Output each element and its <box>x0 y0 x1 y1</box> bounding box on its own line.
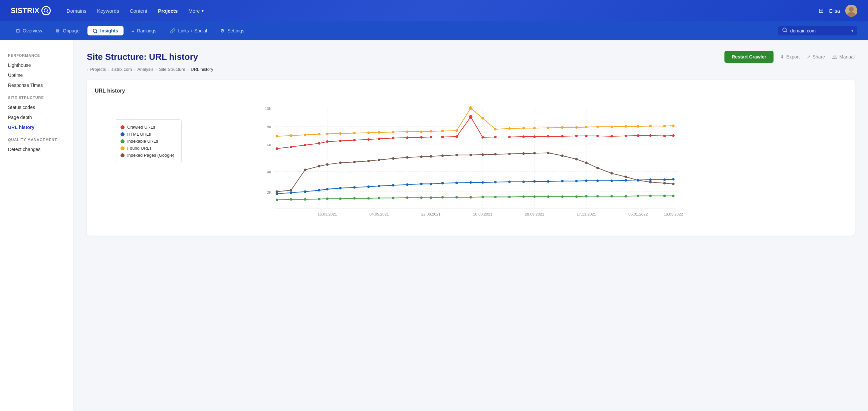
svg-point-0 <box>44 9 48 12</box>
svg-point-145 <box>455 181 458 184</box>
svg-point-72 <box>339 140 342 142</box>
svg-point-178 <box>469 196 472 199</box>
sidebar-item-lighthouse[interactable]: Lighthouse <box>0 60 73 70</box>
domain-dropdown-icon[interactable]: ▾ <box>851 28 853 33</box>
svg-point-117 <box>508 153 510 155</box>
header-actions: Restart Crawler ⬇ Export ↗ Share 📖 Manua… <box>724 51 855 63</box>
breadcrumb-domain[interactable]: sistrix.com <box>112 67 132 72</box>
svg-point-88 <box>547 135 550 137</box>
svg-point-54 <box>523 127 525 129</box>
user-avatar[interactable] <box>845 5 857 17</box>
domain-search-input[interactable] <box>790 28 849 33</box>
svg-text:17.11.2021: 17.11.2021 <box>577 212 596 216</box>
svg-point-135 <box>326 188 329 190</box>
legend-dot-indexed <box>121 153 125 157</box>
svg-point-40 <box>339 132 342 135</box>
svg-point-78 <box>420 136 423 138</box>
domain-search-bar[interactable]: ▾ <box>778 26 857 35</box>
sub-nav-settings[interactable]: ⚙ Settings <box>215 26 250 35</box>
svg-point-74 <box>367 138 370 141</box>
svg-point-126 <box>625 176 627 178</box>
sidebar-item-response-times[interactable]: Response Times <box>0 80 73 90</box>
legend-found-urls: Found URLs <box>121 145 176 152</box>
grid-apps-icon[interactable]: ⊞ <box>818 7 824 14</box>
svg-point-91 <box>585 135 588 137</box>
svg-point-193 <box>663 195 666 197</box>
indexed-pages-line <box>277 153 673 192</box>
top-navigation: SISTRIX Domains Keywords Content Project… <box>0 0 868 21</box>
domain-search-icon <box>782 27 787 34</box>
legend-indexable-urls: Indexable URLs <box>121 138 176 145</box>
svg-point-153 <box>561 180 563 182</box>
legend-dot-found <box>121 146 125 150</box>
svg-point-129 <box>663 182 666 184</box>
svg-point-156 <box>596 179 598 182</box>
svg-point-89 <box>561 135 563 137</box>
svg-point-183 <box>533 196 535 198</box>
sub-nav-overview[interactable]: ⊞ Overview <box>11 26 48 35</box>
svg-text:6K: 6K <box>267 143 271 147</box>
legend-indexed-pages: Indexed Pages (Google) <box>121 152 176 159</box>
sub-nav-onpage[interactable]: 🖥 Onpage <box>50 26 85 35</box>
nav-domains[interactable]: Domains <box>67 7 87 15</box>
sub-nav-insights[interactable]: Insights <box>88 26 124 35</box>
sidebar-item-uptime[interactable]: Uptime <box>0 70 73 80</box>
svg-line-6 <box>96 32 97 33</box>
svg-text:4K: 4K <box>267 170 271 174</box>
restart-crawler-button[interactable]: Restart Crawler <box>724 51 774 63</box>
sidebar-item-status-codes[interactable]: Status codes <box>0 102 73 112</box>
breadcrumb-site-structure[interactable]: Site Structure <box>159 67 185 72</box>
legend-dot-html <box>121 132 125 136</box>
user-name-label: Elisa <box>829 8 840 14</box>
grid-icon: ⊞ <box>16 28 20 33</box>
manual-link[interactable]: 📖 Manual <box>832 54 855 59</box>
svg-point-131 <box>276 193 278 195</box>
svg-point-60 <box>596 126 598 128</box>
svg-point-76 <box>392 137 394 139</box>
svg-point-171 <box>378 197 380 199</box>
svg-point-35 <box>276 135 278 137</box>
svg-point-128 <box>649 181 652 183</box>
svg-point-36 <box>290 134 292 137</box>
brand-logo[interactable]: SISTRIX <box>11 6 51 16</box>
export-link[interactable]: ⬇ Export <box>780 54 800 59</box>
svg-text:10.08.2021: 10.08.2021 <box>473 212 492 216</box>
sidebar-item-detect-changes[interactable]: Detect changes <box>0 144 73 154</box>
svg-point-185 <box>561 196 563 198</box>
svg-point-63 <box>637 125 639 128</box>
nav-content[interactable]: Content <box>130 7 148 15</box>
nav-projects[interactable]: Projects <box>158 7 178 15</box>
svg-point-173 <box>406 197 408 199</box>
svg-point-37 <box>304 134 306 136</box>
share-link[interactable]: ↗ Share <box>807 54 825 59</box>
sub-nav-rankings[interactable]: ≡ Rankings <box>126 26 162 35</box>
svg-point-5 <box>93 29 96 32</box>
manual-icon: 📖 <box>832 54 837 59</box>
svg-line-1 <box>47 12 48 13</box>
svg-point-49 <box>455 129 458 131</box>
svg-point-123 <box>585 162 588 164</box>
nav-more[interactable]: More ▾ <box>188 8 204 14</box>
sidebar-item-page-depth[interactable]: Page depth <box>0 112 73 122</box>
breadcrumb-analysis[interactable]: Analysis <box>137 67 153 72</box>
svg-point-81 <box>455 135 458 138</box>
nav-keywords[interactable]: Keywords <box>97 7 119 15</box>
svg-point-38 <box>318 133 320 135</box>
svg-point-167 <box>326 198 329 200</box>
breadcrumb-projects[interactable]: Projects <box>90 67 106 72</box>
svg-point-149 <box>508 180 510 183</box>
svg-point-115 <box>482 153 484 156</box>
svg-text:2K: 2K <box>267 190 271 195</box>
svg-point-92 <box>596 135 598 137</box>
svg-point-181 <box>508 196 510 198</box>
svg-point-75 <box>378 138 380 140</box>
sub-nav-links-social[interactable]: 🔗 Links + Social <box>164 26 212 35</box>
svg-point-46 <box>420 130 423 133</box>
svg-point-192 <box>649 195 652 197</box>
svg-point-182 <box>523 196 525 198</box>
sidebar-item-url-history[interactable]: URL history <box>0 122 73 132</box>
svg-point-179 <box>482 196 484 198</box>
svg-text:10K: 10K <box>265 106 272 111</box>
svg-point-121 <box>561 154 563 157</box>
svg-point-56 <box>547 127 550 129</box>
